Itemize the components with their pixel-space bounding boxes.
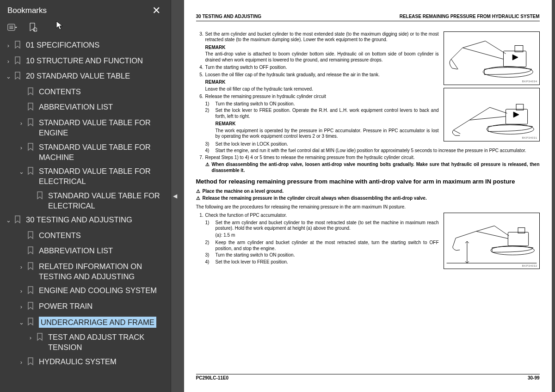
bookmarks-sidebar: Bookmarks ✕ ›01 SPECIFICATIONS›10 STRUCT… — [0, 0, 171, 392]
bookmark-item[interactable]: ›RELATED INFORMATION ON TESTING AND ADJU… — [0, 259, 171, 284]
svg-marker-13 — [513, 112, 519, 117]
bookmark-label: ENGINE AND COOLING SYSTEM — [39, 285, 157, 295]
bookmark-label: TEST AND ADJUST TRACK TENSION — [48, 332, 166, 353]
chevron-right-icon[interactable]: › — [18, 303, 25, 311]
chevron-down-icon[interactable]: ⌄ — [5, 216, 12, 225]
panel-divider[interactable]: ◀ — [171, 0, 180, 392]
bookmark-icon — [27, 87, 35, 98]
bookmark-item[interactable]: ›01 SPECIFICATIONS — [0, 38, 171, 54]
bookmark-label: 10 STRUCTURE AND FUNCTION — [26, 55, 143, 66]
cursor-icon — [56, 20, 64, 32]
bookmark-label: STANDARD VALUE TABLE FOR ELECTRICAL — [48, 190, 166, 211]
bookmark-icon — [27, 231, 35, 242]
bookmark-item[interactable]: CONTENTS — [0, 228, 171, 244]
bookmark-label: UNDERCARRIAGE AND FRAME — [39, 317, 156, 328]
bookmark-item[interactable]: ›10 STRUCTURE AND FUNCTION — [0, 54, 171, 69]
bookmark-icon — [27, 246, 35, 257]
bookmark-label: CONTENTS — [39, 230, 81, 240]
bookmark-item[interactable]: ⌄20 STANDARD VALUE TABLE — [0, 69, 171, 85]
document-viewport[interactable]: 30 TESTING AND ADJUSTING RELEASE REMAINI… — [180, 0, 555, 392]
bookmark-item[interactable]: ›STANDARD VALUE TABLE FOR ENGINE — [0, 116, 171, 140]
bookmark-item[interactable]: CONTENTS — [0, 85, 171, 100]
bookmark-icon — [27, 357, 35, 368]
page-header-right: RELEASE REMAINING PRESSURE FROM HYDRAULI… — [400, 14, 540, 20]
page-footer-right: 30-99 — [528, 375, 540, 381]
bookmark-label: STANDARD VALUE TABLE FOR ELECTRICAL — [39, 166, 166, 187]
bookmark-item[interactable]: ›HYDRAULIC SYSTEM — [0, 355, 171, 370]
bookmark-label: HYDRAULIC SYSTEM — [39, 356, 117, 367]
document-page: 30 TESTING AND ADJUSTING RELEASE REMAINI… — [184, 0, 552, 392]
bookmark-item[interactable]: ›STANDARD VALUE TABLE FOR MACHINE — [0, 140, 171, 165]
chevron-down-icon[interactable]: ⌄ — [5, 73, 12, 81]
bookmark-item[interactable]: ⌄UNDERCARRIAGE AND FRAME — [0, 315, 171, 331]
bookmark-label: STANDARD VALUE TABLE FOR ENGINE — [39, 117, 166, 138]
svg-rect-16 — [508, 233, 528, 246]
svg-line-5 — [37, 31, 37, 32]
svg-point-6 — [483, 66, 533, 77]
bookmark-label: RELATED INFORMATION ON TESTING AND ADJUS… — [39, 261, 166, 282]
bookmark-icon — [27, 262, 35, 273]
bookmark-icon — [14, 72, 22, 83]
bookmark-icon — [27, 167, 35, 178]
bookmark-icon — [27, 318, 35, 329]
svg-point-4 — [33, 28, 37, 31]
outline-options-icon[interactable] — [7, 23, 18, 31]
section-heading: Method for releasing remaining pressure … — [196, 178, 540, 186]
bookmark-icon — [14, 215, 22, 227]
bookmark-item[interactable]: ›POWER TRAIN — [0, 299, 171, 315]
bookmark-icon — [27, 118, 35, 129]
chevron-right-icon[interactable]: › — [18, 358, 25, 367]
bookmark-tree[interactable]: ›01 SPECIFICATIONS›10 STRUCTURE AND FUNC… — [0, 36, 171, 392]
bookmark-label: ABBREVIATION LIST — [39, 102, 113, 112]
bookmark-item[interactable]: STANDARD VALUE TABLE FOR ELECTRICAL — [0, 189, 171, 213]
chevron-right-icon[interactable]: › — [5, 57, 12, 66]
bookmark-label: ABBREVIATION LIST — [39, 245, 113, 256]
bookmark-icon — [27, 302, 35, 313]
svg-marker-9 — [512, 55, 518, 60]
chevron-right-icon[interactable]: › — [27, 334, 34, 342]
bookmark-item[interactable]: ⌄STANDARD VALUE TABLE FOR ELECTRICAL — [0, 164, 171, 189]
bookmark-label: CONTENTS — [39, 86, 81, 97]
chevron-right-icon[interactable]: › — [5, 42, 12, 50]
page-header-left: 30 TESTING AND ADJUSTING — [196, 14, 262, 20]
bookmark-label: POWER TRAIN — [39, 301, 92, 311]
chevron-right-icon[interactable]: › — [18, 119, 25, 128]
bookmark-icon — [27, 103, 35, 114]
svg-rect-11 — [506, 109, 527, 124]
chevron-down-icon[interactable]: ⌄ — [18, 168, 25, 176]
chevron-right-icon[interactable]: › — [18, 263, 25, 271]
chevron-down-icon[interactable]: ⌄ — [18, 318, 25, 327]
figure-2: BKP34031 — [444, 88, 540, 141]
collapse-arrow-icon[interactable]: ◀ — [173, 193, 177, 199]
bookmark-label: 20 STANDARD VALUE TABLE — [26, 71, 130, 81]
bookmark-icon — [27, 286, 35, 297]
bookmark-item[interactable]: ABBREVIATION LIST — [0, 100, 171, 116]
bookmark-item[interactable]: ›ENGINE AND COOLING SYSTEM — [0, 283, 171, 299]
figure-1: BKP34034 — [444, 31, 540, 85]
bookmark-icon — [36, 191, 44, 202]
close-icon[interactable]: ✕ — [149, 5, 163, 17]
page-footer-left: PC290LC-11E0 — [196, 375, 229, 381]
bookmark-icon — [14, 56, 22, 67]
bookmark-tool-icon[interactable] — [28, 23, 38, 31]
bookmark-item[interactable]: ›TEST AND ADJUST TRACK TENSION — [0, 330, 171, 355]
bookmark-item[interactable]: ABBREVIATION LIST — [0, 244, 171, 259]
bookmark-label: 30 TESTING AND ADJUSTING — [26, 214, 132, 225]
chevron-right-icon[interactable]: › — [18, 287, 25, 295]
bookmark-label: 01 SPECIFICATIONS — [26, 40, 99, 50]
bookmark-icon — [14, 41, 22, 52]
bookmark-icon — [36, 333, 44, 344]
bookmark-item[interactable]: ⌄30 TESTING AND ADJUSTING — [0, 213, 171, 228]
bookmark-icon — [27, 143, 35, 154]
chevron-right-icon[interactable]: › — [18, 144, 25, 152]
figure-3: BKP34032 — [444, 213, 540, 269]
bookmark-label: STANDARD VALUE TABLE FOR MACHINE — [39, 142, 166, 163]
sidebar-title: Bookmarks — [7, 6, 47, 15]
